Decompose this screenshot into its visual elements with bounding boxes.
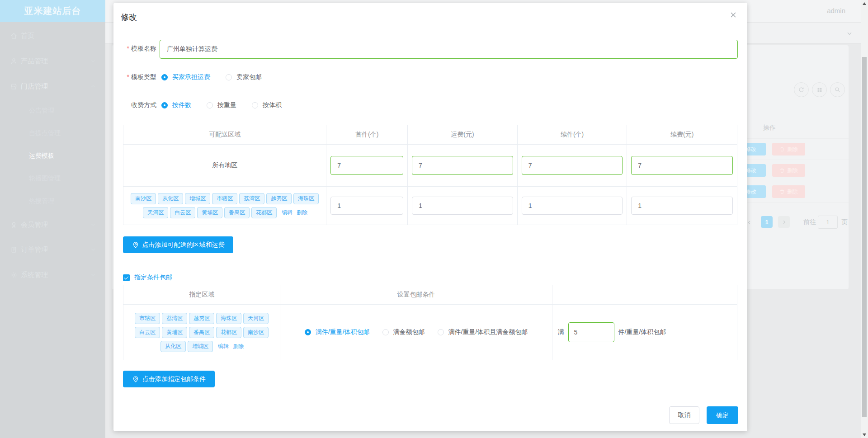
scroll-down-arrow[interactable] [863,433,866,436]
sidebar-item-pickup-points[interactable]: 自提点管理 [29,127,92,139]
region-tag: 白云区 [170,207,195,218]
region-tag: 海珠区 [216,313,241,324]
sidebar-item-home[interactable]: 首页 [0,30,105,42]
first-piece-input[interactable] [330,197,403,215]
region-tag: 白云区 [135,327,160,338]
threshold-prefix: 满 [558,328,564,336]
region-tag: 番禺区 [189,327,214,338]
threshold-suffix: 件/重量/体积包邮 [618,328,666,336]
radio-free-by-both[interactable]: 满件/重量/体积且满金额包邮 [438,328,528,336]
sidebar-item-hot-search[interactable]: 热搜管理 [29,195,92,207]
region-tag: 越秀区 [189,313,214,324]
additional-piece-input[interactable] [522,156,623,175]
sidebar-item-announcements[interactable]: 公告管理 [29,104,92,116]
sidebar-item-carousel[interactable]: 轮播图管理 [29,172,92,184]
radio-by-volume[interactable]: 按体积 [252,101,282,109]
region-tag: 花都区 [251,207,277,218]
sidebar-item-shipping-templates[interactable]: 运费模板 [29,150,92,161]
badge-icon [10,221,18,229]
region-tag: 黄埔区 [162,327,187,338]
region-tag: 南沙区 [243,327,269,338]
scroll-up-arrow[interactable] [863,2,866,5]
sidebar-item-products[interactable]: 产品管理 [0,55,105,67]
region-tag: 花都区 [216,327,241,338]
template-type-label: 模板类型 [113,73,156,81]
add-region-button[interactable]: 点击添加可配送的区域和运费 [123,236,233,253]
close-icon[interactable] [729,11,737,19]
user-menu[interactable]: admin [827,7,845,14]
radio-by-piece[interactable]: 按件数 [161,101,191,109]
region-tag: 天河区 [143,207,168,218]
column-header: 续件(个) [518,125,627,144]
column-header: 续费(元) [627,125,737,144]
pagination-page-input[interactable] [818,216,838,229]
region-tag: 黄埔区 [197,207,222,218]
confirm-button[interactable]: 确定 [707,406,738,424]
location-pin-icon [132,376,139,383]
first-piece-input[interactable] [330,156,403,175]
sidebar-item-orders[interactable]: 订单管理 [0,244,105,255]
chevron-down-icon [90,272,96,278]
delete-button[interactable]: 删除 [772,143,805,155]
home-icon [10,32,18,40]
radio-seller-free[interactable]: 卖家包邮 [226,73,262,81]
cancel-button[interactable]: 取消 [669,406,699,424]
threshold-input[interactable] [568,322,614,342]
sidebar-item-stores[interactable]: 门店管理 [0,80,105,92]
scrollbar-thumb[interactable] [862,57,867,417]
fee-input[interactable] [412,156,513,175]
edit-regions-link[interactable]: 编辑 [218,343,229,350]
region-tag: 增城区 [185,193,210,204]
region-tag: 荔湾区 [239,193,264,204]
edit-regions-link[interactable]: 编辑 [282,209,292,217]
sidebar-item-members[interactable]: 会员管理 [0,219,105,231]
delete-button[interactable]: 删除 [772,164,805,177]
table-row: 南沙区 从化区 增城区 市辖区 荔湾区 越秀区 海珠区 天河区 白云区 黄埔区 … [123,187,737,225]
collapse-chevron-icon[interactable] [846,30,853,37]
conditional-free-shipping-checkbox[interactable]: 指定条件包邮 [123,273,172,282]
region-tag: 南沙区 [131,193,156,204]
template-name-label: 模板名称 [113,45,156,53]
checkbox-checked-icon [123,274,130,281]
user-icon [10,57,18,65]
delete-button[interactable]: 删除 [772,185,805,198]
additional-fee-input[interactable] [631,156,733,175]
column-header [552,285,737,304]
additional-piece-input[interactable] [522,197,623,215]
columns-button[interactable] [812,82,827,97]
modal-title: 修改 [121,12,137,23]
delete-regions-link[interactable]: 删除 [297,209,307,217]
pagination-next[interactable] [778,216,790,228]
column-header: 指定区域 [123,285,280,304]
template-name-input[interactable] [160,40,738,59]
fee-input[interactable] [412,197,513,215]
region-all-label: 所有地区 [123,145,326,186]
radio-free-by-quantity[interactable]: 满件/重量/体积包邮 [305,328,370,336]
column-header: 运费(元) [408,125,518,144]
column-header: 首件(个) [326,125,408,144]
condition-table: 指定区域 设置包邮条件 市辖区 荔湾区 越秀区 海珠区 天河区 白云区 黄埔区 [123,285,737,360]
table-row: 市辖区 荔湾区 越秀区 海珠区 天河区 白云区 黄埔区 番禺区 花都区 南沙区 [123,305,737,360]
search-icon[interactable] [830,82,845,97]
app-logo: 亚米建站后台 [0,0,105,22]
delete-regions-link[interactable]: 删除 [233,343,244,350]
shop-icon [10,83,18,90]
pagination-page-1[interactable]: 1 [761,216,773,228]
trash-icon [779,189,785,194]
chevron-down-icon [90,247,96,252]
column-header: 设置包邮条件 [280,285,552,304]
radio-free-by-amount[interactable]: 满金额包邮 [382,328,425,336]
scrollbar[interactable] [861,0,868,438]
location-pin-icon [132,241,139,249]
add-condition-button[interactable]: 点击添加指定包邮条件 [123,371,215,387]
radio-by-weight[interactable]: 按重量 [207,101,236,109]
pagination-goto-label: 前往 [803,218,816,226]
radio-buyer-pays[interactable]: 买家承担运费 [161,73,210,81]
sidebar-item-system[interactable]: 系统管理 [0,269,105,281]
refresh-button[interactable] [794,82,809,97]
region-tag: 番禺区 [224,207,250,218]
additional-fee-input[interactable] [631,197,733,215]
chevron-down-icon [90,222,96,227]
chevron-down-icon [90,58,96,64]
actions-column-header: 操作 [763,124,776,132]
